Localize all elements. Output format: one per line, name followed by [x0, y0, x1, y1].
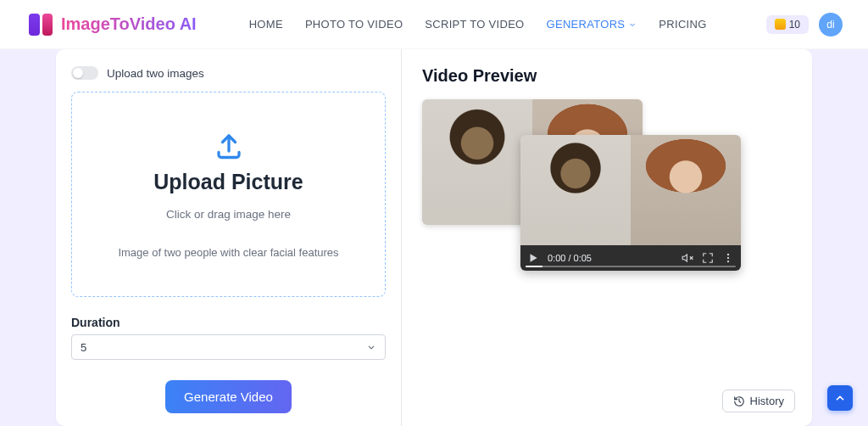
svg-point-5 [727, 257, 729, 259]
avatar[interactable]: di [819, 13, 843, 36]
fullscreen-icon[interactable] [702, 252, 714, 264]
upload-two-toggle-row: Upload two images [71, 66, 386, 80]
history-label: History [750, 395, 784, 407]
video-progress-bar[interactable] [526, 266, 736, 267]
main-card: Upload two images Upload Picture Click o… [56, 49, 812, 426]
nav-generators[interactable]: GENERATORS [547, 18, 637, 31]
preview-panel: Video Preview 0:00 / 0:05 [402, 49, 812, 426]
dropzone-title: Upload Picture [153, 170, 303, 194]
duration-label: Duration [71, 316, 386, 329]
dropzone-hint: Image of two people with clear facial fe… [118, 246, 338, 259]
portrait-placeholder [631, 135, 741, 245]
upload-dropzone[interactable]: Upload Picture Click or drag image here … [71, 92, 386, 297]
credits-badge[interactable]: 10 [766, 15, 809, 34]
dropzone-subtitle: Click or drag image here [166, 208, 291, 221]
video-controls: 0:00 / 0:05 [520, 245, 741, 271]
nav-generators-label: GENERATORS [547, 18, 626, 31]
nav-script-to-video[interactable]: SCRIPT TO VIDEO [425, 18, 524, 31]
svg-marker-1 [531, 254, 537, 261]
play-icon[interactable] [527, 252, 539, 264]
nav-pricing[interactable]: PRICING [659, 18, 706, 31]
preview-area: 0:00 / 0:05 [422, 99, 792, 294]
generate-row: Generate Video [71, 380, 386, 413]
svg-point-6 [727, 261, 729, 262]
preview-video-player[interactable]: 0:00 / 0:05 [520, 135, 741, 271]
coin-icon [775, 19, 786, 30]
header-right: 10 di [766, 13, 843, 36]
portrait-placeholder [520, 135, 631, 245]
history-button[interactable]: History [722, 390, 795, 412]
video-frame [520, 135, 741, 245]
input-panel: Upload two images Upload Picture Click o… [56, 49, 402, 426]
chevron-down-icon [366, 342, 376, 352]
upload-two-toggle[interactable] [71, 66, 98, 80]
preview-title: Video Preview [422, 66, 792, 86]
brand-logo-icon [29, 14, 53, 36]
more-icon[interactable] [722, 252, 734, 264]
brand-name: ImageToVideo AI [61, 14, 197, 34]
mute-icon[interactable] [682, 252, 693, 264]
avatar-initials: di [826, 19, 834, 31]
app-header: ImageToVideo AI HOME PHOTO TO VIDEO SCRI… [0, 0, 868, 49]
brand[interactable]: ImageToVideo AI [29, 14, 197, 36]
history-icon [733, 395, 745, 407]
nav-photo-to-video[interactable]: PHOTO TO VIDEO [305, 18, 403, 31]
scroll-to-top-button[interactable] [827, 385, 853, 411]
chevron-down-icon [628, 20, 637, 29]
video-time: 0:00 / 0:05 [548, 253, 592, 263]
chevron-up-icon [834, 392, 846, 404]
main-nav: HOME PHOTO TO VIDEO SCRIPT TO VIDEO GENE… [249, 18, 707, 31]
generate-video-button[interactable]: Generate Video [165, 380, 292, 413]
svg-point-4 [727, 254, 729, 255]
upload-two-toggle-label: Upload two images [107, 67, 204, 80]
nav-home[interactable]: HOME [249, 18, 283, 31]
credits-value: 10 [789, 19, 800, 31]
upload-icon [212, 131, 246, 161]
portrait-placeholder [422, 99, 532, 225]
duration-value: 5 [81, 341, 86, 354]
duration-select[interactable]: 5 [71, 334, 386, 360]
